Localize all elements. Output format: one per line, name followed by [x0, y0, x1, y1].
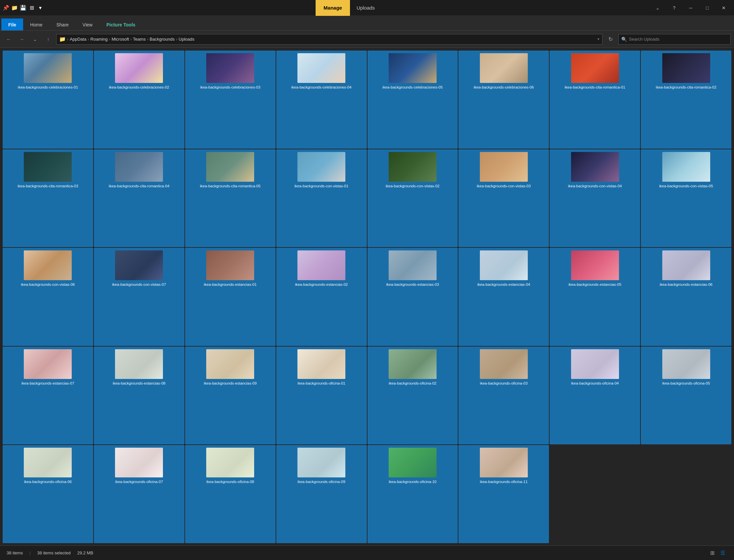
file-thumbnail: [480, 349, 528, 379]
file-thumbnail: [480, 53, 528, 83]
list-item[interactable]: ikea-backgrounds-celebraciones-06: [458, 51, 549, 149]
dropdown-arrow-icon[interactable]: ▾: [37, 5, 44, 11]
list-item[interactable]: ikea-backgrounds-estancias-03: [367, 248, 458, 346]
list-item[interactable]: ikea-backgrounds-con-vistas-03: [458, 149, 549, 247]
list-item[interactable]: ikea-backgrounds-estancias-04: [458, 248, 549, 346]
manage-tab[interactable]: Manage: [316, 0, 350, 16]
list-item[interactable]: ikea-backgrounds-cita-romantica-04: [94, 149, 184, 247]
list-item[interactable]: ikea-backgrounds-oficina-10: [367, 445, 458, 543]
list-item[interactable]: ikea-backgrounds-oficina-07: [94, 445, 184, 543]
address-path[interactable]: 📁 › AppData › Roaming › Microsoft › Team…: [56, 34, 602, 45]
list-item[interactable]: ikea-backgrounds-con-vistas-06: [3, 248, 93, 346]
quick-access-toolbar: 📌 📁 💾 ⊞ ▾: [3, 5, 44, 11]
list-item[interactable]: ikea-backgrounds-con-vistas-04: [550, 149, 640, 247]
list-item[interactable]: ikea-backgrounds-oficina-08: [185, 445, 276, 543]
nav-expand-button[interactable]: ⌄: [650, 3, 665, 13]
list-item[interactable]: ikea-backgrounds-cita-romantica-02: [641, 51, 731, 149]
large-icons-view-button[interactable]: ⊞: [708, 548, 717, 558]
forward-button[interactable]: →: [17, 34, 27, 45]
file-label: ikea-backgrounds-con-vistas-04: [568, 184, 622, 189]
close-button[interactable]: ✕: [716, 3, 731, 13]
refresh-button[interactable]: ↻: [605, 34, 616, 45]
window-controls: ⌄ ? ─ □ ✕: [650, 3, 731, 13]
list-item[interactable]: ikea-backgrounds-oficina-09: [276, 445, 367, 543]
file-thumbnail: [571, 53, 619, 83]
list-item[interactable]: ikea-backgrounds-oficina-03: [458, 347, 549, 445]
list-item[interactable]: ikea-backgrounds-con-vistas-07: [94, 248, 184, 346]
list-item[interactable]: ikea-backgrounds-con-vistas-02: [367, 149, 458, 247]
list-item[interactable]: ikea-backgrounds-celebraciones-03: [185, 51, 276, 149]
list-item[interactable]: ikea-backgrounds-cita-romantica-03: [3, 149, 93, 247]
file-thumbnail: [206, 250, 254, 280]
search-input[interactable]: [629, 37, 728, 42]
file-thumbnail: [206, 349, 254, 379]
file-label: ikea-backgrounds-con-vistas-01: [294, 184, 348, 189]
list-item[interactable]: ikea-backgrounds-con-vistas-05: [641, 149, 731, 247]
minimize-button[interactable]: ─: [683, 3, 698, 13]
file-label: ikea-backgrounds-con-vistas-03: [477, 184, 531, 189]
file-thumbnail: [115, 250, 163, 280]
list-item[interactable]: ikea-backgrounds-celebraciones-05: [367, 51, 458, 149]
back-button[interactable]: ←: [3, 34, 14, 45]
list-item[interactable]: ikea-backgrounds-oficina-04: [550, 347, 640, 445]
path-teams[interactable]: Teams: [133, 37, 145, 42]
list-item[interactable]: ikea-backgrounds-oficina-11: [458, 445, 549, 543]
file-thumbnail: [206, 152, 254, 182]
file-thumbnail: [24, 250, 72, 280]
file-thumbnail: [571, 152, 619, 182]
tab-view[interactable]: View: [76, 19, 99, 30]
search-box[interactable]: 🔍: [618, 34, 731, 45]
path-backgrounds[interactable]: Backgrounds: [150, 37, 175, 42]
list-item[interactable]: ikea-backgrounds-estancias-09: [185, 347, 276, 445]
grid-icon: ⊞: [28, 5, 35, 11]
list-item[interactable]: ikea-backgrounds-celebraciones-01: [3, 51, 93, 149]
list-item[interactable]: ikea-backgrounds-oficina-06: [3, 445, 93, 543]
file-thumbnail: [24, 152, 72, 182]
address-bar: ← → ⌄ ↑ 📁 › AppData › Roaming › Microsof…: [0, 31, 734, 48]
help-button[interactable]: ?: [667, 3, 682, 13]
path-microsoft[interactable]: Microsoft: [112, 37, 129, 42]
list-item[interactable]: ikea-backgrounds-cita-romantica-01: [550, 51, 640, 149]
file-label: ikea-backgrounds-oficina-08: [206, 479, 254, 484]
path-uploads[interactable]: Uploads: [179, 37, 195, 42]
file-thumbnail: [206, 448, 254, 477]
list-item[interactable]: ikea-backgrounds-estancias-01: [185, 248, 276, 346]
ribbon: File Home Share View Picture Tools: [0, 16, 734, 31]
maximize-button[interactable]: □: [700, 3, 715, 13]
list-item[interactable]: ikea-backgrounds-estancias-05: [550, 248, 640, 346]
ribbon-tabs: File Home Share View Picture Tools: [0, 16, 734, 30]
list-item[interactable]: ikea-backgrounds-celebraciones-04: [276, 51, 367, 149]
list-item[interactable]: ikea-backgrounds-oficina-01: [276, 347, 367, 445]
tab-home[interactable]: Home: [23, 19, 49, 30]
list-item[interactable]: ikea-backgrounds-estancias-07: [3, 347, 93, 445]
list-item[interactable]: ikea-backgrounds-oficina-02: [367, 347, 458, 445]
file-label: ikea-backgrounds-celebraciones-03: [200, 85, 260, 90]
file-label: ikea-backgrounds-estancias-08: [113, 381, 166, 386]
list-item[interactable]: ikea-backgrounds-cita-romantica-05: [185, 149, 276, 247]
file-thumbnail: [389, 152, 437, 182]
recent-locations-button[interactable]: ⌄: [30, 34, 40, 45]
file-label: ikea-backgrounds-con-vistas-06: [21, 282, 75, 287]
list-item[interactable]: ikea-backgrounds-celebraciones-02: [94, 51, 184, 149]
list-item[interactable]: ikea-backgrounds-con-vistas-01: [276, 149, 367, 247]
file-label: ikea-backgrounds-con-vistas-05: [659, 184, 713, 189]
list-item[interactable]: ikea-backgrounds-oficina-05: [641, 347, 731, 445]
tab-share[interactable]: Share: [49, 19, 75, 30]
list-item[interactable]: ikea-backgrounds-estancias-02: [276, 248, 367, 346]
tab-picture-tools[interactable]: Picture Tools: [99, 19, 142, 30]
file-label: ikea-backgrounds-oficina-01: [297, 381, 345, 386]
list-item[interactable]: ikea-backgrounds-estancias-08: [94, 347, 184, 445]
file-label: ikea-backgrounds-celebraciones-01: [18, 85, 78, 90]
path-appdata[interactable]: AppData: [70, 37, 87, 42]
file-thumbnail: [662, 250, 710, 280]
details-view-button[interactable]: ☰: [718, 548, 727, 558]
file-label: ikea-backgrounds-estancias-03: [386, 282, 439, 287]
path-roaming[interactable]: Roaming: [91, 37, 108, 42]
up-button[interactable]: ↑: [43, 34, 54, 45]
file-label: ikea-backgrounds-estancias-06: [660, 282, 713, 287]
list-item[interactable]: ikea-backgrounds-estancias-06: [641, 248, 731, 346]
file-thumbnail: [571, 250, 619, 280]
selected-count: 38 items selected: [37, 550, 71, 555]
tab-file[interactable]: File: [1, 19, 23, 30]
path-dropdown-icon[interactable]: ▾: [598, 37, 599, 41]
